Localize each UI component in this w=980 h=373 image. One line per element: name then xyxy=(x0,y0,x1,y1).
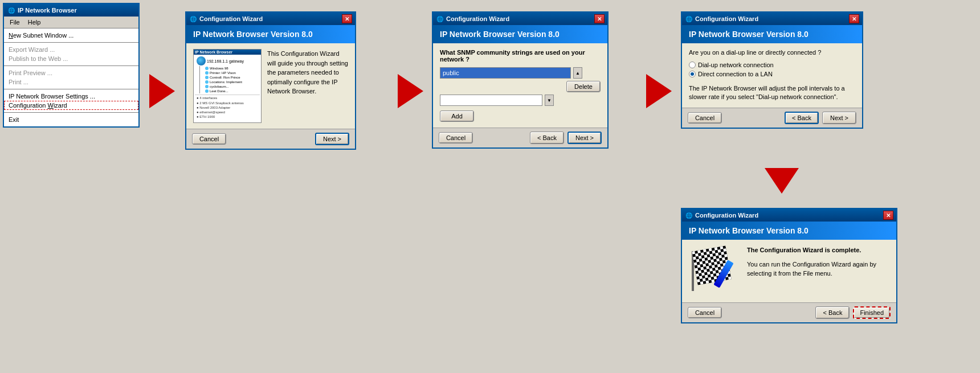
sidebar-item-export-wizard: Export Wizard ... xyxy=(4,45,138,54)
sidebar-item-settings[interactable]: IP Network Browser Settings ... xyxy=(4,92,138,101)
wizard1-titlebar-left: 🌐 Configuration Wizard xyxy=(189,15,263,23)
snmp-input-2[interactable] xyxy=(440,95,542,106)
wizard1-cancel-btn[interactable]: Cancel xyxy=(192,133,226,145)
wizard3-close-btn[interactable]: ✕ xyxy=(849,14,859,23)
wizard4-body: The Configuration Wizard is complete. Yo… xyxy=(682,240,896,302)
divider-4 xyxy=(4,112,138,113)
divider-2 xyxy=(4,65,138,66)
menu-file[interactable]: File xyxy=(6,18,23,27)
wizard-panel-4: 🌐 Configuration Wizard ✕ IP Network Brow… xyxy=(681,208,897,323)
radio-direct[interactable] xyxy=(689,71,696,77)
wizard1-icon: 🌐 xyxy=(189,15,197,23)
thumb-dot-2 xyxy=(205,71,209,75)
wizard3-cancel-btn[interactable]: Cancel xyxy=(688,112,722,124)
wizard4-body2: You can run the Configuration Wizard aga… xyxy=(747,260,889,278)
wizard3-question: Are you on a dial-up line or directly co… xyxy=(689,49,855,56)
wizard3-titlebar-left: 🌐 Configuration Wizard xyxy=(685,15,758,23)
wizard3-next-btn[interactable]: Next > xyxy=(822,112,856,124)
wizard4-back-btn[interactable]: < Back xyxy=(815,306,850,319)
wizard4-icon: 🌐 xyxy=(685,211,693,219)
wizard2-add-btn[interactable]: Add xyxy=(440,110,474,122)
thumb-row-7: Leet Done... xyxy=(203,89,260,93)
thumb-dot-4 xyxy=(205,80,209,84)
sidebar-menubar: File Help xyxy=(4,17,138,28)
wizard4-footer: Cancel < Back Finished xyxy=(682,302,896,322)
arrow-down-1 xyxy=(765,168,799,194)
wizard3-nav-btns: < Back Next > xyxy=(785,112,856,124)
wizard-panel-3: 🌐 Configuration Wizard ✕ IP Network Brow… xyxy=(681,11,863,129)
thumb-dot-6 xyxy=(205,89,209,93)
divider-3 xyxy=(4,89,138,89)
thumb-row-6: cyclobaum... xyxy=(203,84,260,89)
wizard4-flag-image xyxy=(689,245,740,297)
wizard1-footer: Cancel Next > xyxy=(186,129,355,149)
wizard4-nav-btns: < Back Finished xyxy=(815,306,891,319)
wizard3-icon: 🌐 xyxy=(685,15,693,23)
wizard2-close-btn[interactable]: ✕ xyxy=(594,14,605,23)
thumb-row-1: 192.168.1.1 gateway xyxy=(195,56,260,66)
wizard1-thumbnail: IP Network Browser 192.168.1.1 gateway W… xyxy=(193,49,262,123)
wizard4-title: Configuration Wizard xyxy=(695,212,758,219)
wizard4-header: IP Network Browser Version 8.0 xyxy=(682,222,896,240)
arrow-right-2 xyxy=(398,74,423,108)
wizard3-header: IP Network Browser Version 8.0 xyxy=(682,25,862,43)
wizard4-titlebar-left: 🌐 Configuration Wizard xyxy=(685,211,758,219)
thumb-row-5: Locations: Implement xyxy=(203,80,260,84)
radio-direct-row: Direct connection to a LAN xyxy=(689,71,855,77)
wizard2-question: What SNMP community strings are used on … xyxy=(440,49,601,63)
wizard4-body1: The Configuration Wizard is complete. xyxy=(747,245,889,255)
wizard1-text: This Configuration Wizard will guide you… xyxy=(267,49,348,123)
sidebar-item-print-preview: Print Preview ... xyxy=(4,68,138,77)
wizard2-footer: Cancel < Back Next > xyxy=(433,128,607,147)
snmp-spin-up[interactable]: ▲ xyxy=(573,67,582,79)
wizard1-titlebar: 🌐 Configuration Wizard ✕ xyxy=(186,13,355,25)
thumb-tree: Windows 98 Printer: HP Vison Controll: R… xyxy=(199,66,260,93)
thumb-row-3: Printer: HP Vison xyxy=(203,71,260,75)
wizard3-footer: Cancel < Back Next > xyxy=(682,108,862,128)
wizard1-header: IP Network Browser Version 8.0 xyxy=(186,25,355,43)
wizard2-icon: 🌐 xyxy=(436,15,444,23)
sidebar-item-publish-web: Publish to the Web ... xyxy=(4,54,138,63)
thumb-dot-1 xyxy=(205,67,209,70)
sidebar-item-config-wizard[interactable]: Configuration Wizard xyxy=(4,101,138,110)
wizard1-next-btn[interactable]: Next > xyxy=(315,133,349,145)
arrow-right-3 xyxy=(646,74,672,108)
radio-dialup-row: Dial-up network connection xyxy=(689,62,855,68)
wizard4-finished-btn[interactable]: Finished xyxy=(853,306,891,319)
wizard1-body: IP Network Browser 192.168.1.1 gateway W… xyxy=(186,43,355,129)
wizard4-cancel-btn[interactable]: Cancel xyxy=(688,307,722,318)
wizard4-titlebar: 🌐 Configuration Wizard ✕ xyxy=(682,209,896,222)
wizard2-next-btn[interactable]: Next > xyxy=(567,132,602,144)
wizard2-back-btn[interactable]: < Back xyxy=(530,132,564,144)
thumb-row-4: Controll: Ron Prince xyxy=(203,75,260,80)
sidebar-item-exit[interactable]: Exit xyxy=(4,115,138,124)
wizard-panel-2: 🌐 Configuration Wizard ✕ IP Network Brow… xyxy=(432,11,609,149)
radio-direct-label: Direct connection to a LAN xyxy=(698,71,773,77)
wizard2-cancel-btn[interactable]: Cancel xyxy=(439,132,473,144)
wizard4-close-btn[interactable]: ✕ xyxy=(883,211,893,220)
wizard2-delete-btn[interactable]: Delete xyxy=(566,81,601,92)
wizard4-text: The Configuration Wizard is complete. Yo… xyxy=(747,245,889,297)
menu-help[interactable]: Help xyxy=(24,18,44,27)
wizard1-title: Configuration Wizard xyxy=(199,15,263,22)
wizard2-title: Configuration Wizard xyxy=(446,15,509,22)
snmp-spin-down[interactable]: ▼ xyxy=(545,95,554,106)
wizard1-close-btn[interactable]: ✕ xyxy=(342,14,352,23)
sidebar-item-print: Print ... xyxy=(4,77,138,87)
wizard3-back-btn[interactable]: < Back xyxy=(785,112,819,124)
snmp-input[interactable] xyxy=(440,67,571,79)
wizard2-titlebar: 🌐 Configuration Wizard ✕ xyxy=(433,13,607,25)
wizard3-body: Are you on a dial-up line or directly co… xyxy=(682,43,862,108)
sidebar-panel: 🌐 IP Network Browser File Help New Subne… xyxy=(3,3,140,128)
thumb-globe xyxy=(197,56,206,65)
sidebar-item-new-subnet[interactable]: New Subnet Window ... xyxy=(4,31,138,40)
divider-1 xyxy=(4,42,138,43)
wizard2-body: What SNMP community strings are used on … xyxy=(433,43,607,128)
radio-dialup[interactable] xyxy=(689,62,696,68)
sidebar-title: IP Network Browser xyxy=(18,7,77,14)
wizard3-titlebar: 🌐 Configuration Wizard ✕ xyxy=(682,13,862,25)
wizard2-header: IP Network Browser Version 8.0 xyxy=(433,25,607,43)
thumb-dot-3 xyxy=(205,76,209,79)
thumb-dot-5 xyxy=(205,85,209,88)
radio-dialup-label: Dial-up network connection xyxy=(698,62,774,68)
